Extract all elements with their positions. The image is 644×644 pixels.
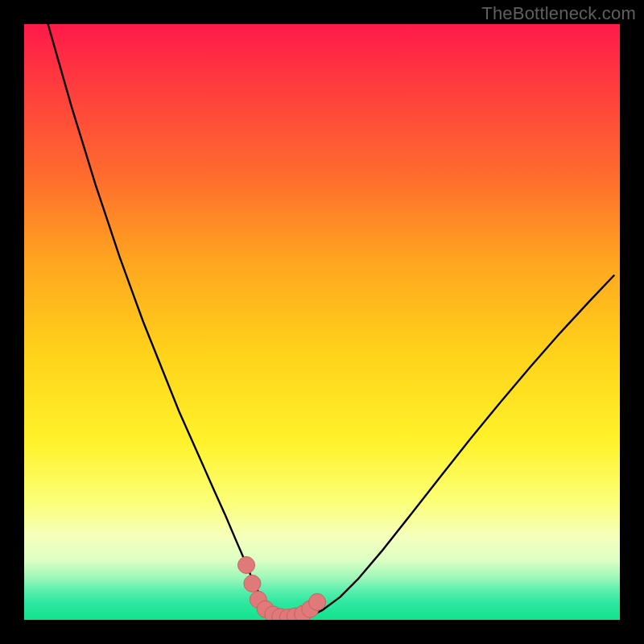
- trough-marker: [309, 593, 326, 610]
- plot-area: [24, 24, 620, 620]
- trough-marker: [238, 556, 255, 573]
- trough-markers: [24, 24, 620, 620]
- watermark-text: TheBottleneck.com: [481, 3, 636, 24]
- chart-canvas: TheBottleneck.com: [0, 0, 644, 644]
- trough-marker: [244, 575, 261, 592]
